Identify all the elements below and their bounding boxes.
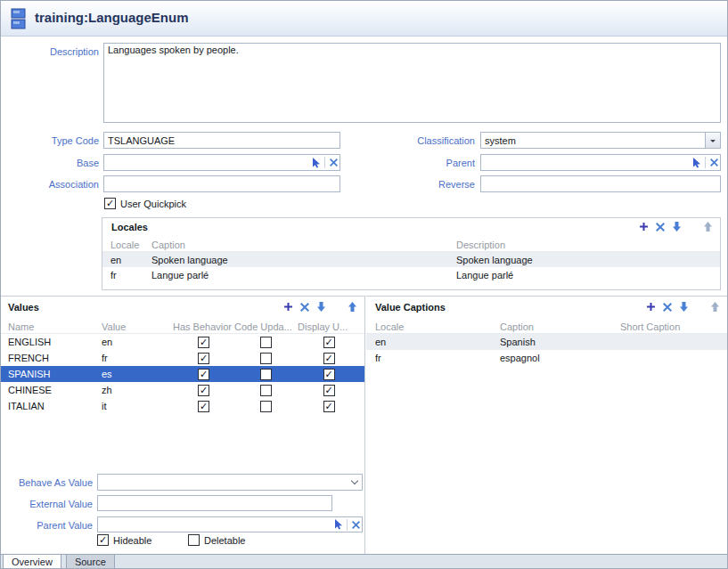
move-up-icon[interactable] <box>348 302 357 312</box>
row-checkbox[interactable] <box>260 369 272 380</box>
col-short-caption[interactable]: Short Caption <box>620 321 728 332</box>
external-value-label: External Value <box>1 499 93 509</box>
cell-name: ENGLISH <box>8 337 102 347</box>
clear-icon[interactable] <box>349 521 362 529</box>
row-checkbox[interactable]: ✓ <box>198 385 209 396</box>
hideable-label: Hideable <box>113 535 151 546</box>
base-input[interactable] <box>104 158 310 168</box>
move-up-icon[interactable] <box>703 222 713 232</box>
col-description[interactable]: Description <box>456 240 720 250</box>
dropdown-button[interactable] <box>705 133 720 148</box>
user-quickpick-checkbox[interactable]: ✓ <box>104 198 116 209</box>
locales-row[interactable]: enSpoken languageSpoken language <box>102 252 720 267</box>
external-value-input[interactable] <box>97 495 332 511</box>
type-code-input[interactable] <box>103 132 340 149</box>
tab-source[interactable]: Source <box>66 555 115 569</box>
association-input[interactable] <box>103 175 340 192</box>
delete-icon[interactable] <box>663 303 672 312</box>
clear-icon[interactable] <box>327 159 339 167</box>
col-display-u[interactable]: Display U... <box>298 321 360 332</box>
add-icon[interactable] <box>283 302 293 312</box>
row-checkbox[interactable]: ✓ <box>198 353 209 364</box>
parent-value-label: Parent Value <box>1 520 93 531</box>
picker-arrow-icon[interactable] <box>691 158 703 168</box>
row-checkbox[interactable]: ✓ <box>323 337 335 348</box>
row-checkbox[interactable]: ✓ <box>323 385 335 396</box>
row-checkbox[interactable] <box>260 385 272 396</box>
row-checkbox[interactable]: ✓ <box>198 369 209 380</box>
move-down-icon[interactable] <box>679 302 689 312</box>
row-checkbox[interactable]: ✓ <box>323 401 335 412</box>
behave-as-value-select[interactable] <box>97 474 363 491</box>
cell-locale: en <box>110 255 151 265</box>
picker-arrow-icon[interactable] <box>332 519 345 530</box>
col-value[interactable]: Value <box>102 321 173 332</box>
move-down-icon[interactable] <box>316 302 326 312</box>
col-caption[interactable]: Caption <box>500 321 620 332</box>
dropdown-button[interactable] <box>347 475 362 490</box>
clear-icon[interactable] <box>708 159 720 167</box>
divider <box>347 519 348 531</box>
cell-locale: fr <box>375 353 500 363</box>
cell-value: es <box>102 369 173 379</box>
classification-select[interactable]: system <box>480 132 721 149</box>
col-locale[interactable]: Locale <box>110 240 151 250</box>
chevron-down-icon <box>350 477 357 484</box>
move-up-icon[interactable] <box>710 302 720 312</box>
cell-description: Langue parlé <box>456 270 720 280</box>
type-code-label: Type Code <box>19 135 99 146</box>
description-label: Description <box>19 46 99 57</box>
col-locale[interactable]: Locale <box>375 321 500 332</box>
deletable-checkbox[interactable] <box>188 534 200 546</box>
hideable-checkbox[interactable]: ✓ <box>97 534 109 546</box>
col-name[interactable]: Name <box>8 321 102 332</box>
parent-value-input[interactable] <box>98 519 332 530</box>
col-caption[interactable]: Caption <box>151 240 456 250</box>
locales-group: Locales Locale Caption Description enSpo… <box>102 217 721 290</box>
col-code-updatable[interactable]: Code Upda... <box>234 321 298 332</box>
row-checkbox[interactable]: ✓ <box>198 401 209 412</box>
values-panel: Values Name Value Has Behavior Code Upda… <box>1 296 365 554</box>
bottom-tabbar: Overview Source <box>1 554 727 569</box>
behave-as-value-label: Behave As Value <box>1 477 93 488</box>
row-checkbox[interactable]: ✓ <box>323 369 335 380</box>
row-checkbox[interactable] <box>260 401 272 412</box>
classification-label: Classification <box>375 135 475 146</box>
add-icon[interactable] <box>639 222 649 232</box>
picker-arrow-icon[interactable] <box>310 158 323 168</box>
cell-name: FRENCH <box>8 353 102 363</box>
base-field <box>103 154 340 171</box>
delete-icon[interactable] <box>300 303 309 312</box>
locales-row[interactable]: frLangue parléLangue parlé <box>102 267 720 282</box>
row-checkbox[interactable]: ✓ <box>323 353 335 364</box>
caption-row[interactable]: enSpanish <box>366 334 728 350</box>
cell-caption: Spanish <box>500 337 620 347</box>
add-icon[interactable] <box>646 302 656 312</box>
values-row[interactable]: SPANISHes✓✓ <box>1 366 364 382</box>
tab-overview[interactable]: Overview <box>3 555 61 569</box>
delete-icon[interactable] <box>656 223 665 232</box>
user-quickpick-label: User Quickpick <box>120 199 186 209</box>
cell-value: fr <box>102 353 173 363</box>
values-row[interactable]: CHINESEzh✓✓ <box>1 382 364 398</box>
values-row[interactable]: ENGLISHen✓✓ <box>1 334 364 350</box>
reverse-input[interactable] <box>480 175 721 192</box>
col-has-behavior[interactable]: Has Behavior <box>173 321 234 332</box>
cell-caption: espagnol <box>500 353 620 363</box>
cell-caption: Langue parlé <box>151 270 456 280</box>
values-header: Name Value Has Behavior Code Upda... Dis… <box>1 320 364 334</box>
cell-locale: en <box>375 337 500 347</box>
values-row[interactable]: ITALIANit✓✓ <box>1 398 364 414</box>
parent-label: Parent <box>375 158 475 168</box>
row-checkbox[interactable]: ✓ <box>198 337 209 348</box>
parent-field <box>480 154 721 171</box>
row-checkbox[interactable] <box>260 337 272 348</box>
caption-row[interactable]: frespagnol <box>366 350 728 366</box>
parent-input[interactable] <box>481 158 691 168</box>
values-row[interactable]: FRENCHfr✓✓ <box>1 350 364 366</box>
move-down-icon[interactable] <box>672 222 682 232</box>
description-textarea[interactable]: Languages spoken by people. <box>103 43 721 123</box>
row-checkbox[interactable] <box>260 353 272 364</box>
base-label: Base <box>19 158 99 168</box>
cell-locale: fr <box>110 270 151 280</box>
